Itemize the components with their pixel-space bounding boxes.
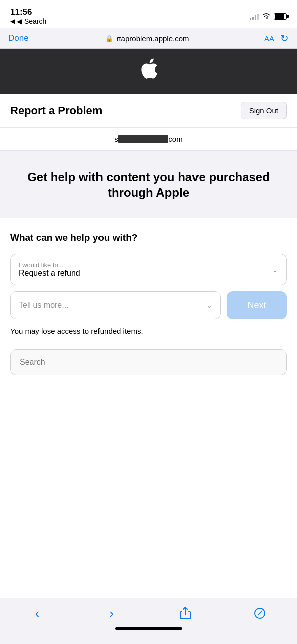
compass-button[interactable] — [247, 603, 272, 623]
back-arrow-icon: ◀ — [10, 18, 15, 25]
url-text: rtaproblem.apple.com — [116, 34, 189, 43]
back-to-search[interactable]: ◀ ◀ Search — [10, 17, 46, 25]
search-container[interactable] — [10, 349, 287, 375]
lock-icon: 🔒 — [105, 35, 113, 42]
status-bar: 11:56 ◀ ◀ Search — [0, 0, 297, 28]
browser-actions: ‹ › — [0, 603, 297, 623]
action-row: Tell us more... ⌄ Next — [10, 291, 287, 319]
hero-text: Get help with content you have purchased… — [20, 169, 277, 200]
dropdown-selected-value: Request a refund — [19, 269, 80, 278]
email-display: s••••••••••••••••••com — [0, 128, 297, 151]
next-button[interactable]: Next — [227, 291, 287, 319]
aa-button[interactable]: AA — [264, 34, 274, 43]
sign-out-button[interactable]: Sign Out — [241, 102, 287, 119]
signal-icon — [250, 13, 259, 20]
tell-more-dropdown[interactable]: Tell us more... ⌄ — [10, 291, 221, 319]
page-header: Report a Problem Sign Out — [0, 94, 297, 128]
forward-button[interactable]: › — [99, 603, 124, 623]
search-input[interactable] — [20, 358, 277, 367]
home-indicator — [115, 627, 182, 630]
warning-text: You may lose access to refunded items. — [10, 327, 287, 335]
dropdown-label: I would like to... — [19, 261, 80, 269]
battery-icon — [274, 13, 287, 20]
page-title: Report a Problem — [10, 104, 102, 117]
apple-header — [0, 49, 297, 94]
status-indicators — [250, 12, 287, 21]
refund-type-dropdown[interactable]: I would like to... Request a refund ⌄ — [10, 254, 287, 285]
help-question: What can we help you with? — [10, 232, 287, 244]
back-button[interactable]: ‹ — [25, 603, 50, 623]
share-button[interactable] — [173, 603, 198, 623]
hero-section: Get help with content you have purchased… — [0, 151, 297, 218]
apple-logo-icon — [140, 58, 158, 85]
browser-nav-bar: Done 🔒 rtaproblem.apple.com AA ↻ — [0, 28, 297, 49]
done-button[interactable]: Done — [8, 33, 30, 43]
tell-more-placeholder: Tell us more... — [19, 301, 69, 310]
wifi-icon — [262, 12, 271, 21]
refresh-button[interactable]: ↻ — [280, 32, 289, 44]
chevron-down-icon-2: ⌄ — [206, 301, 212, 309]
chevron-down-icon: ⌄ — [272, 266, 278, 274]
status-time: 11:56 — [10, 7, 46, 17]
url-bar[interactable]: 🔒 rtaproblem.apple.com — [36, 34, 258, 43]
help-section: What can we help you with? I would like … — [0, 218, 297, 389]
email-text: s••••••••••••••••••com — [114, 135, 182, 143]
email-redacted: •••••••••••••••••• — [118, 135, 169, 143]
browser-bottom-bar: ‹ › — [0, 598, 297, 644]
